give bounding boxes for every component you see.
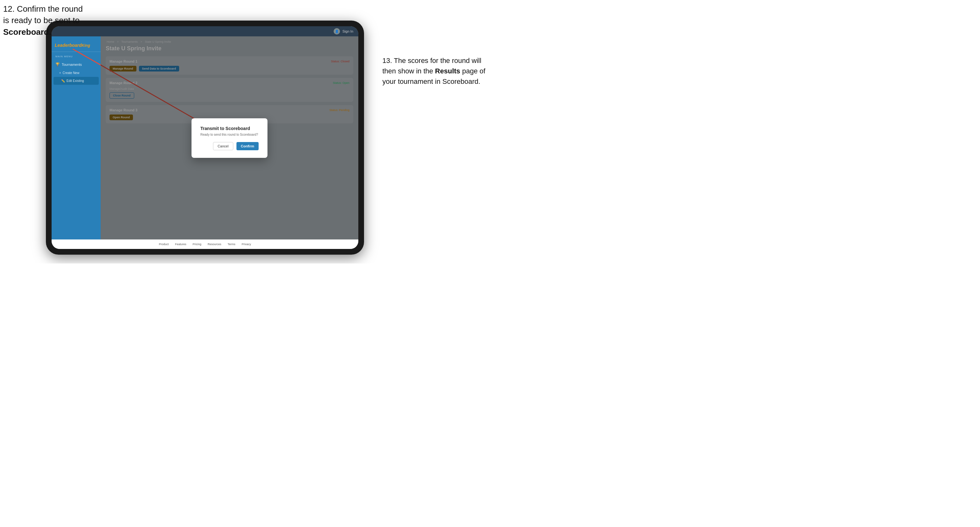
annotation-right: 13. The scores for the round will then s… bbox=[382, 56, 487, 87]
modal-title: Transmit to Scoreboard bbox=[200, 126, 259, 131]
annotation-right-text: 13. The scores for the round will then s… bbox=[382, 57, 485, 86]
sidebar-sub-edit-existing[interactable]: ✏️ Edit Existing bbox=[54, 77, 99, 85]
footer-link-pricing[interactable]: Pricing bbox=[193, 243, 202, 246]
modal-actions: Cancel Confirm bbox=[200, 142, 259, 150]
create-new-label: Create New bbox=[63, 71, 80, 75]
transmit-modal: Transmit to Scoreboard Ready to send thi… bbox=[191, 118, 267, 158]
logo-accent: King bbox=[82, 43, 90, 48]
footer-link-features[interactable]: Features bbox=[175, 243, 186, 246]
modal-confirm-button[interactable]: Confirm bbox=[237, 142, 259, 150]
sidebar-item-tournaments[interactable]: 🏆 Tournaments bbox=[52, 60, 101, 69]
modal-cancel-button[interactable]: Cancel bbox=[213, 142, 233, 150]
logo-area: LeaderboardKing bbox=[52, 40, 101, 52]
edit-existing-label: Edit Existing bbox=[67, 79, 84, 83]
top-bar-right: 👤 Sign In bbox=[334, 28, 353, 35]
sidebar: LeaderboardKing MAIN MENU 🏆 Tournaments … bbox=[52, 37, 101, 240]
edit-icon: ✏️ bbox=[61, 79, 65, 83]
annotation-line1: 12. Confirm the round bbox=[3, 4, 83, 14]
sidebar-sub-create-new[interactable]: + Create New bbox=[52, 69, 101, 77]
annotation-top: 12. Confirm the round is ready to be sen… bbox=[3, 3, 83, 38]
modal-subtitle: Ready to send this round to Scoreboard? bbox=[200, 133, 259, 137]
main-area: LeaderboardKing MAIN MENU 🏆 Tournaments … bbox=[52, 37, 358, 240]
annotation-line2: is ready to be sent to bbox=[3, 16, 80, 25]
trophy-icon: 🏆 bbox=[56, 62, 60, 67]
footer: Product Features Pricing Resources Terms… bbox=[52, 240, 358, 249]
tablet-screen: 👤 Sign In LeaderboardKing MAIN MENU 🏆 To… bbox=[52, 26, 358, 249]
content-area: Home > Tournaments > State U Spring Invi… bbox=[101, 37, 358, 240]
plus-icon: + bbox=[59, 71, 61, 75]
sidebar-tournaments-label: Tournaments bbox=[62, 63, 82, 67]
main-menu-label: MAIN MENU bbox=[52, 55, 101, 60]
annotation-results-bold: Results bbox=[435, 67, 460, 75]
top-bar: 👤 Sign In bbox=[52, 26, 358, 37]
footer-link-product[interactable]: Product bbox=[159, 243, 169, 246]
sign-in-label[interactable]: Sign In bbox=[342, 29, 353, 33]
footer-link-resources[interactable]: Resources bbox=[208, 243, 221, 246]
footer-link-terms[interactable]: Terms bbox=[228, 243, 235, 246]
user-avatar-icon: 👤 bbox=[334, 28, 340, 35]
tablet-device: 👤 Sign In LeaderboardKing MAIN MENU 🏆 To… bbox=[46, 21, 364, 255]
annotation-line3-bold: Scoreboard. bbox=[3, 27, 51, 37]
logo-main: Leaderboard bbox=[55, 43, 82, 48]
modal-overlay: Transmit to Scoreboard Ready to send thi… bbox=[101, 37, 358, 240]
logo-text: LeaderboardKing bbox=[55, 43, 97, 48]
footer-link-privacy[interactable]: Privacy bbox=[242, 243, 251, 246]
